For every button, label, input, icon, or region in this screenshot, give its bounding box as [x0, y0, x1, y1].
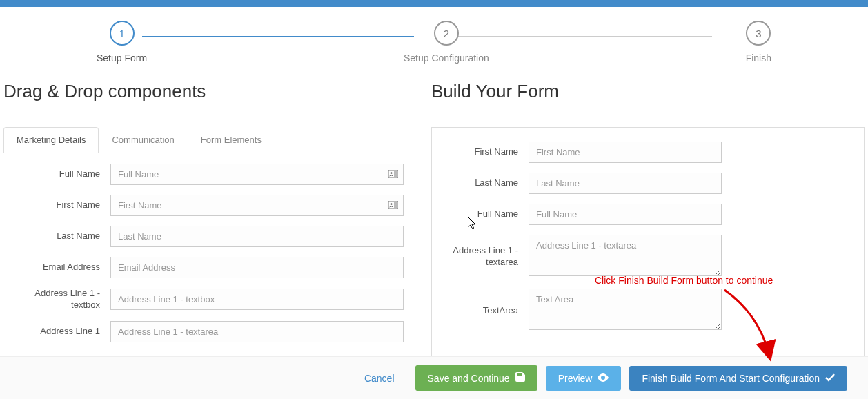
finish-label: Finish Build Form And Start Configuratio… [642, 373, 820, 384]
step-3-circle: 3 [746, 21, 771, 46]
input-full-name[interactable] [110, 164, 404, 185]
label: Full Name [432, 208, 529, 220]
step-1-label: Setup Form [97, 52, 147, 64]
title-underline [431, 113, 865, 113]
step-2-label: Setup Configuration [404, 52, 489, 64]
components-scroll-area[interactable]: Full Name First Name Last Na [3, 153, 411, 360]
stepper-line-1 [142, 36, 414, 37]
tabs: Marketing Details Communication Form Ele… [3, 127, 411, 153]
component-email[interactable]: Email Address [3, 257, 404, 278]
input-email[interactable] [110, 257, 404, 278]
label-last-name: Last Name [3, 231, 110, 242]
form-canvas[interactable]: First Name Last Name Full Name Address L… [431, 127, 865, 357]
svg-point-1 [391, 172, 393, 174]
tab-communication[interactable]: Communication [99, 127, 187, 153]
textarea[interactable] [529, 289, 722, 330]
input-first-name[interactable] [110, 195, 404, 216]
preview-button[interactable]: Preview [546, 366, 622, 391]
input[interactable] [529, 142, 722, 163]
step-3-label: Finish [746, 52, 771, 64]
check-icon [825, 373, 835, 384]
form-builder-title: Build Your Form [431, 74, 865, 113]
label-address1-textarea: Address Line 1 [3, 326, 110, 338]
step-1-circle: 1 [110, 21, 135, 46]
save-icon [515, 372, 525, 384]
label: Last Name [432, 177, 529, 189]
label-first-name: First Name [3, 200, 110, 211]
step-2[interactable]: 2 Setup Configuration [404, 21, 489, 64]
components-panel: Drag & Drop components Marketing Details… [3, 74, 417, 360]
cancel-button[interactable]: Cancel [352, 366, 407, 391]
input-address1-textarea[interactable] [110, 321, 404, 342]
form-field-first-name[interactable]: First Name [432, 142, 854, 163]
label-email: Email Address [3, 262, 110, 273]
save-continue-button[interactable]: Save and Continue [415, 365, 537, 391]
component-first-name[interactable]: First Name [3, 195, 404, 216]
textarea[interactable] [529, 235, 722, 276]
label-full-name: Full Name [3, 168, 110, 180]
tab-form-elements[interactable]: Form Elements [188, 127, 275, 153]
component-full-name[interactable]: Full Name [3, 164, 404, 185]
tab-marketing-details[interactable]: Marketing Details [3, 127, 99, 153]
step-2-circle: 2 [434, 21, 459, 46]
label-address1-textbox: Address Line 1 - textbox [3, 288, 110, 311]
input-address1-textbox[interactable] [110, 289, 404, 310]
save-label: Save and Continue [428, 373, 510, 384]
form-field-full-name[interactable]: Full Name [432, 204, 854, 225]
contact-card-icon [388, 169, 398, 180]
component-last-name[interactable]: Last Name [3, 226, 404, 247]
preview-label: Preview [558, 373, 593, 384]
input[interactable] [529, 173, 722, 194]
component-address1-textarea[interactable]: Address Line 1 [3, 321, 404, 342]
svg-point-6 [391, 203, 393, 205]
input-last-name[interactable] [110, 226, 404, 247]
eye-icon [598, 373, 609, 384]
step-3[interactable]: 3 Finish [746, 21, 771, 64]
step-1[interactable]: 1 Setup Form [97, 21, 147, 64]
label: First Name [432, 146, 529, 158]
label: TextArea [432, 305, 529, 317]
label: Address Line 1 - textarea [432, 245, 529, 269]
input[interactable] [529, 204, 722, 225]
contact-card-icon [388, 200, 398, 211]
finish-build-button[interactable]: Finish Build Form And Start Configuratio… [629, 366, 847, 391]
stepper: 1 Setup Form 2 Setup Configuration 3 Fin… [0, 7, 868, 74]
top-bar [0, 0, 868, 7]
form-builder-panel: Build Your Form First Name Last Name Ful… [417, 74, 865, 360]
footer-actions: Cancel Save and Continue Preview Finish … [0, 356, 868, 399]
form-field-address1[interactable]: Address Line 1 - textarea [432, 235, 854, 279]
component-address1-textbox[interactable]: Address Line 1 - textbox [3, 288, 404, 311]
title-underline [3, 113, 411, 113]
form-field-textarea[interactable]: TextArea [432, 289, 854, 333]
form-field-last-name[interactable]: Last Name [432, 173, 854, 194]
components-title: Drag & Drop components [3, 74, 411, 113]
